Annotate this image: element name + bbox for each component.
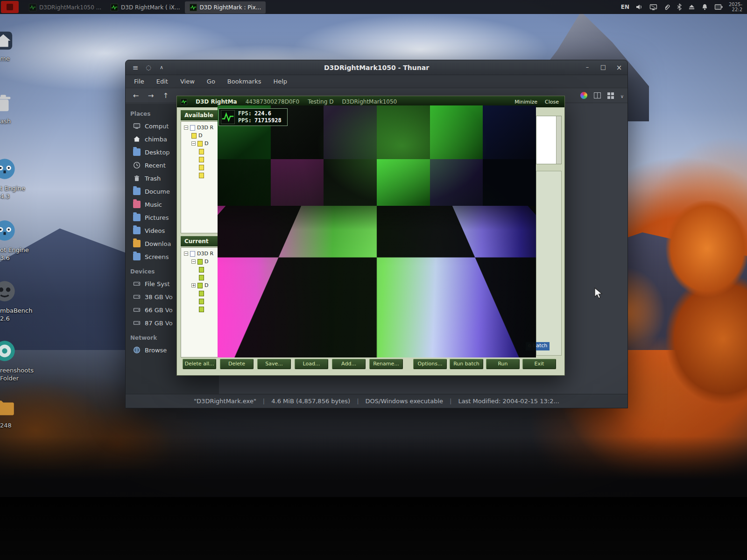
folder-icon (133, 148, 141, 156)
godot-engine-icon (0, 236, 17, 245)
home-icon (0, 44, 14, 53)
bluetooth-icon[interactable] (677, 3, 682, 11)
desktop-icon-screenshots-folder[interactable]: reenshoots Folder (0, 339, 33, 382)
monitor-photo: D3DRightMark1050 ... D3D RightMark ( iX.… (0, 0, 747, 560)
wall-tile (377, 159, 430, 206)
status-filename: "D3DRightMark.exe" (194, 398, 256, 405)
load-button[interactable]: Load... (295, 359, 328, 369)
computer-icon (133, 122, 141, 130)
close-button[interactable] (615, 63, 623, 72)
wallpaper-ground-fade (0, 436, 747, 497)
desktop-icon-folder-248[interactable]: 248 (0, 398, 33, 429)
desktop-icon-godot-4[interactable]: t Engine 4.3 (0, 157, 33, 200)
wall-tile (430, 105, 483, 159)
sidebar-item-label: Pictures (145, 214, 169, 221)
up-button[interactable] (159, 90, 172, 101)
fps-label: FPS: (238, 110, 252, 117)
test-doc-icon (190, 125, 195, 131)
test-item-icon (191, 133, 197, 139)
bell-icon[interactable] (701, 3, 708, 11)
split-view-icon[interactable] (594, 92, 601, 98)
status-modified: Last Modified: 2004-02-15 13:2... (458, 398, 559, 405)
delete-all-button[interactable]: Delete all... (183, 359, 216, 369)
menu-file[interactable]: File (128, 77, 150, 86)
user-icon[interactable] (143, 63, 154, 73)
rename-button[interactable]: Rename... (369, 359, 403, 369)
options-button[interactable]: Options... (413, 359, 447, 369)
save-button[interactable]: Save... (257, 359, 291, 369)
menu-view[interactable]: View (175, 77, 200, 86)
desktop-icon-chimbabench[interactable]: mbaBench 2.6 (0, 279, 33, 322)
tree-label: D (204, 282, 208, 288)
sidebar-item-label: Recent (145, 162, 166, 169)
expander-icon[interactable] (191, 141, 196, 146)
menu-go[interactable]: Go (201, 77, 221, 86)
system-tray: EN (621, 2, 747, 12)
delete-button[interactable]: Delete (220, 359, 254, 369)
maximize-button[interactable] (599, 63, 607, 72)
chevron-up-icon[interactable] (156, 63, 167, 73)
display-icon[interactable] (649, 4, 657, 11)
paperclip-icon[interactable] (663, 3, 670, 11)
pps-line: PPS:71715928 (238, 117, 282, 124)
desktop-icon-label: mbaBench (0, 307, 33, 315)
test-folder-icon (199, 291, 204, 296)
minimize-button[interactable] (584, 63, 591, 72)
add-button[interactable]: Add... (332, 359, 366, 369)
rightmark-title-fragment: 44387300278D0F0 (246, 98, 299, 105)
rightmark-title-fragment: D3D RightMa (196, 98, 237, 105)
tray-clock[interactable]: 2025- 22:2 (729, 2, 742, 12)
screen-battery-icon[interactable] (714, 4, 723, 10)
eject-icon[interactable] (688, 4, 695, 10)
volume-icon[interactable] (635, 3, 643, 11)
rightmark-minimize-button[interactable]: Minimize (513, 98, 539, 105)
taskbar-window-button-1[interactable]: D3DRightMark1050 ... (24, 1, 106, 14)
tree-label: D (204, 140, 208, 147)
drive-icon (133, 306, 141, 314)
back-button[interactable] (129, 90, 142, 101)
applications-menu-button[interactable] (1, 1, 19, 13)
taskbar-window-button-3[interactable]: D3D RightMark : Pix... (185, 1, 266, 14)
tree-label: D (204, 259, 208, 265)
expander-icon[interactable] (184, 252, 188, 256)
desktop-icon-home[interactable]: me (0, 30, 33, 63)
menu-edit[interactable]: Edit (151, 77, 174, 86)
chevron-down-icon[interactable] (620, 91, 624, 100)
expander-icon[interactable] (191, 283, 196, 287)
taskbar-window-label: D3DRightMark1050 ... (39, 4, 101, 11)
rightmark-app-icon (29, 4, 36, 11)
taskbar-window-button-2[interactable]: D3D RightMark ( iX... (106, 1, 184, 14)
grid-view-icon[interactable] (607, 92, 614, 99)
test-folder-icon (199, 275, 204, 280)
thunar-statusbar: "D3DRightMark.exe" | 4.6 MiB (4,857,856 … (126, 394, 627, 408)
wall-tile (324, 159, 377, 206)
fps-line: FPS:224.6 (238, 110, 282, 117)
hamburger-menu-icon[interactable] (130, 63, 141, 73)
window-title: D3DRightMark1050 - Thunar (126, 64, 627, 71)
menu-bookmarks[interactable]: Bookmarks (222, 77, 267, 86)
monitor-bezel: 21.12.2025 19:49 (0, 497, 747, 560)
godot-engine-icon (0, 174, 17, 183)
downloads-folder-icon (133, 240, 141, 247)
run-button[interactable]: Run (486, 359, 520, 369)
desktop-icon-godot-3[interactable]: ot Engine 3.6 (0, 218, 33, 262)
desktop-icon-label: reenshoots (0, 366, 33, 374)
thunar-titlebar[interactable]: D3DRightMark1050 - Thunar (126, 60, 627, 75)
test-folder-icon (199, 267, 204, 273)
desktop-icon-label: ot Engine (0, 246, 33, 254)
folder-icon (0, 411, 16, 420)
sidebar-item-label: Music (145, 201, 162, 208)
forward-button[interactable] (144, 90, 157, 101)
desktop-icon-trash[interactable]: ash (0, 92, 33, 125)
add-to-batch-button-fragment[interactable]: o batch (526, 342, 550, 350)
run-batch-button[interactable]: Run batch (450, 359, 483, 369)
test-item-icon (199, 149, 204, 154)
color-wheel-icon[interactable] (580, 92, 587, 99)
exit-button[interactable]: Exit (522, 359, 556, 369)
expander-icon[interactable] (184, 126, 188, 130)
rightmark-close-button[interactable]: Close (543, 98, 561, 105)
menu-help[interactable]: Help (268, 77, 293, 86)
expander-icon[interactable] (191, 259, 196, 264)
rightmark-results-list[interactable] (536, 116, 562, 164)
keyboard-layout-indicator[interactable]: EN (621, 4, 629, 10)
